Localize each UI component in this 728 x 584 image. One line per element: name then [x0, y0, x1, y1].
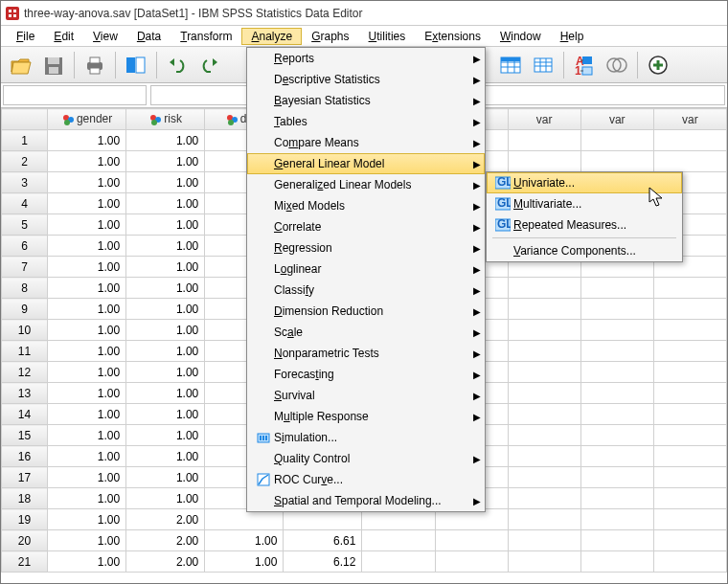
cell-empty[interactable] [653, 362, 726, 383]
cell-empty[interactable] [580, 278, 653, 299]
submenu-item-vc[interactable]: Variance Components... [487, 240, 682, 261]
submenu-item-multi[interactable]: GLM Multivariate... [487, 193, 682, 214]
menu-item-dimred[interactable]: Dimension Reduction ▶ [247, 301, 485, 322]
cell-empty[interactable] [362, 530, 435, 551]
cell[interactable]: 6.61 [284, 530, 362, 551]
menu-item-loglin[interactable]: Loglinear ▶ [247, 258, 485, 280]
cell-empty[interactable] [580, 362, 653, 383]
cell-empty[interactable] [653, 341, 726, 362]
menu-item-spatial[interactable]: Spatial and Temporal Modeling... ▶ [247, 490, 485, 511]
row-header[interactable]: 13 [2, 383, 48, 404]
cell-empty[interactable] [580, 551, 653, 573]
menu-window[interactable]: Window [490, 28, 551, 45]
menu-item-survival[interactable]: Survival ▶ [247, 385, 485, 406]
cell-empty[interactable] [580, 320, 653, 341]
cell[interactable]: 1.00 [48, 488, 126, 509]
menu-item-classify[interactable]: Classify ▶ [247, 280, 485, 301]
cell[interactable]: 1.00 [48, 320, 126, 341]
cell[interactable]: 1.00 [126, 446, 205, 467]
cell[interactable]: 1.00 [48, 446, 126, 467]
cell[interactable]: 1.00 [126, 193, 205, 214]
cell[interactable]: 1.00 [48, 341, 126, 362]
cell-empty[interactable] [508, 551, 580, 573]
cell[interactable]: 2.00 [126, 530, 205, 551]
cell-empty[interactable] [653, 488, 726, 509]
cell-empty[interactable] [508, 362, 580, 383]
menu-item-scale[interactable]: Scale ▶ [247, 322, 485, 343]
cell-empty[interactable] [508, 299, 580, 320]
row-header[interactable]: 5 [2, 214, 48, 236]
cell-empty[interactable] [653, 278, 726, 299]
cell[interactable]: 1.00 [48, 467, 126, 488]
submenu-item-rep[interactable]: GLM Repeated Measures... [487, 214, 682, 236]
cell-empty[interactable] [653, 404, 726, 425]
cell[interactable]: 1.00 [126, 278, 205, 299]
menu-utilities[interactable]: Utilities [359, 28, 416, 45]
menu-item-bayes[interactable]: Bayesian Statistics ▶ [247, 90, 485, 111]
cell-empty[interactable] [580, 446, 653, 467]
cell[interactable]: 1.00 [126, 299, 205, 320]
row-header[interactable]: 18 [2, 488, 48, 509]
menu-view[interactable]: View [83, 28, 127, 45]
menu-item-forecast[interactable]: Forecasting ▶ [247, 364, 485, 385]
menu-item-reports[interactable]: Reports ▶ [247, 48, 485, 69]
cell-empty[interactable] [653, 509, 726, 530]
cell-empty[interactable] [508, 151, 580, 172]
menu-help[interactable]: Help [551, 28, 594, 45]
row-header[interactable]: 19 [2, 509, 48, 530]
cell-empty[interactable] [508, 530, 580, 551]
save-icon[interactable] [39, 51, 68, 79]
cell-empty[interactable] [508, 488, 580, 509]
cell-empty[interactable] [653, 320, 726, 341]
row-header[interactable]: 8 [2, 278, 48, 299]
menu-item-gzlm[interactable]: Generalized Linear Models ▶ [247, 174, 485, 195]
column-header-risk[interactable]: risk [126, 109, 205, 130]
column-header-empty[interactable]: var [580, 109, 653, 130]
row-header[interactable]: 9 [2, 299, 48, 320]
cell[interactable]: 1.00 [48, 530, 126, 551]
row-header[interactable]: 4 [2, 193, 48, 214]
cell[interactable]: 1.00 [48, 130, 126, 151]
cell-empty[interactable] [580, 467, 653, 488]
row-header[interactable]: 1 [2, 130, 48, 151]
cell[interactable]: 1.00 [48, 278, 126, 299]
cell-empty[interactable] [653, 467, 726, 488]
cell-empty[interactable] [653, 530, 726, 551]
menu-transform[interactable]: Transform [171, 28, 241, 45]
cell[interactable]: 1.00 [126, 236, 205, 257]
row-header[interactable]: 3 [2, 172, 48, 193]
menu-item-mixed[interactable]: Mixed Models ▶ [247, 195, 485, 216]
submenu-item-uni[interactable]: GLM Univariate... [487, 172, 682, 193]
cell[interactable]: 6.12 [284, 551, 362, 573]
cell-empty[interactable] [580, 383, 653, 404]
cell-name-box[interactable] [3, 85, 147, 105]
column-header-gender[interactable]: gender [48, 109, 126, 130]
cell[interactable]: 1.00 [48, 383, 126, 404]
value-labels-icon[interactable]: A1 [570, 51, 599, 79]
cell-empty[interactable] [508, 341, 580, 362]
cell[interactable]: 1.00 [126, 257, 205, 278]
cell[interactable]: 1.00 [126, 320, 205, 341]
menu-item-regr[interactable]: Regression ▶ [247, 237, 485, 258]
redo-icon[interactable] [195, 51, 224, 79]
grid-small-icon[interactable] [529, 51, 557, 79]
undo-icon[interactable] [163, 51, 192, 79]
cell-empty[interactable] [435, 530, 508, 551]
row-header[interactable]: 21 [2, 551, 48, 573]
cell-empty[interactable] [653, 446, 726, 467]
cell[interactable]: 1.00 [48, 151, 126, 172]
column-header-empty[interactable]: var [653, 109, 726, 130]
menu-file[interactable]: File [7, 28, 44, 45]
cell-empty[interactable] [508, 383, 580, 404]
cell-empty[interactable] [580, 488, 653, 509]
cell-empty[interactable] [653, 383, 726, 404]
cell[interactable]: 1.00 [126, 214, 205, 236]
cell-empty[interactable] [580, 404, 653, 425]
cell[interactable]: 1.00 [48, 509, 126, 530]
row-header[interactable]: 12 [2, 362, 48, 383]
cell-empty[interactable] [653, 151, 726, 172]
row-header[interactable]: 7 [2, 257, 48, 278]
cell-empty[interactable] [362, 551, 435, 573]
cell-empty[interactable] [508, 278, 580, 299]
cell-empty[interactable] [580, 509, 653, 530]
